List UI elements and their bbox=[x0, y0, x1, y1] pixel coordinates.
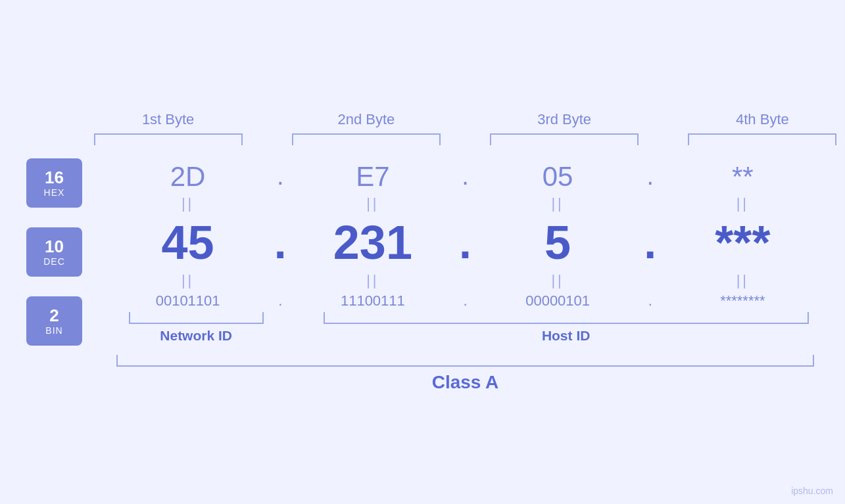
bracket-cell-2 bbox=[267, 133, 465, 145]
bin-number: 2 bbox=[49, 306, 59, 325]
hex-dot2: . bbox=[449, 162, 482, 191]
bin-b4: ******** bbox=[667, 292, 819, 309]
bin-badge: 2 BIN bbox=[26, 296, 82, 346]
bracket-cell-3 bbox=[466, 133, 664, 145]
bracket-cell-4 bbox=[664, 133, 845, 145]
base-labels: 16 HEX 10 DEC 2 BIN bbox=[26, 158, 99, 346]
hex-b3: 05 bbox=[482, 161, 634, 193]
top-bracket-4 bbox=[688, 133, 836, 145]
rows-container: 2D . E7 . 05 . ** || || || || 45 bbox=[112, 161, 819, 344]
eq2-b2: || bbox=[297, 272, 448, 289]
hex-badge: 16 HEX bbox=[26, 158, 82, 208]
eq2-b3: || bbox=[482, 272, 634, 289]
byte4-header: 4th Byte bbox=[664, 111, 845, 128]
bin-name: BIN bbox=[45, 325, 62, 336]
bin-b1: 00101101 bbox=[112, 292, 264, 309]
eq2-b1: || bbox=[112, 272, 264, 289]
hex-dot3: . bbox=[634, 162, 667, 191]
byte-headers: 1st Byte 2nd Byte 3rd Byte 4th Byte bbox=[69, 111, 845, 128]
dec-dot1: . bbox=[264, 217, 297, 268]
main-container: 1st Byte 2nd Byte 3rd Byte 4th Byte 16 H… bbox=[0, 0, 845, 504]
equals-row-2: || || || || bbox=[112, 269, 819, 292]
network-bracket-line bbox=[129, 312, 264, 324]
class-label: Class A bbox=[432, 372, 499, 393]
bin-row: 00101101 . 11100111 . 00000101 . *******… bbox=[112, 292, 819, 309]
dec-b1: 45 bbox=[112, 216, 264, 269]
hex-b2: E7 bbox=[297, 161, 448, 193]
bracket-cell-1 bbox=[69, 133, 267, 145]
eq1-b1: || bbox=[112, 195, 264, 212]
eq1-b4: || bbox=[667, 195, 819, 212]
dec-name: DEC bbox=[43, 256, 65, 267]
watermark: ipshu.com bbox=[791, 486, 833, 496]
eq2-b4: || bbox=[667, 272, 819, 289]
content-area: 16 HEX 10 DEC 2 BIN 2D . E7 . 05 . ** bbox=[26, 158, 819, 346]
bin-dot3: . bbox=[634, 292, 667, 309]
eq1-b2: || bbox=[297, 195, 448, 212]
hex-b4: ** bbox=[667, 161, 819, 193]
network-id-bracket: Network ID bbox=[112, 312, 280, 344]
byte2-header: 2nd Byte bbox=[267, 111, 465, 128]
hex-b1: 2D bbox=[112, 161, 264, 193]
dec-b4: *** bbox=[667, 216, 819, 269]
dec-dot3: . bbox=[634, 217, 667, 268]
hex-name: HEX bbox=[44, 187, 65, 198]
byte3-header: 3rd Byte bbox=[466, 111, 664, 128]
dec-badge: 10 DEC bbox=[26, 227, 82, 277]
class-a-row: Class A bbox=[69, 355, 845, 393]
dec-dot2: . bbox=[449, 217, 482, 268]
eq1-b3: || bbox=[482, 195, 634, 212]
class-bracket-line bbox=[116, 355, 813, 367]
host-id-label: Host ID bbox=[542, 328, 591, 344]
hex-row: 2D . E7 . 05 . ** bbox=[112, 161, 819, 193]
bin-b3: 00000101 bbox=[482, 292, 634, 309]
network-host-bracket-row: Network ID Host ID bbox=[112, 312, 819, 344]
top-bracket-3 bbox=[490, 133, 639, 145]
dot-spacer-1 bbox=[280, 312, 313, 344]
hex-number: 16 bbox=[45, 168, 64, 187]
bin-b2: 11100111 bbox=[297, 292, 448, 309]
host-bracket-line bbox=[324, 312, 809, 324]
top-bracket-2 bbox=[292, 133, 441, 145]
byte1-header: 1st Byte bbox=[69, 111, 267, 128]
equals-row-1: || || || || bbox=[112, 193, 819, 216]
dec-row: 45 . 231 . 5 . *** bbox=[112, 216, 819, 269]
dec-b3: 5 bbox=[482, 216, 634, 269]
host-id-bracket: Host ID bbox=[313, 312, 819, 344]
top-bracket-1 bbox=[94, 133, 243, 145]
hex-dot1: . bbox=[264, 162, 297, 191]
dec-number: 10 bbox=[45, 237, 64, 256]
bin-dot1: . bbox=[264, 292, 297, 309]
top-brackets bbox=[69, 133, 845, 145]
dec-b2: 231 bbox=[297, 216, 448, 269]
network-id-label: Network ID bbox=[160, 328, 232, 344]
bin-dot2: . bbox=[449, 292, 482, 309]
